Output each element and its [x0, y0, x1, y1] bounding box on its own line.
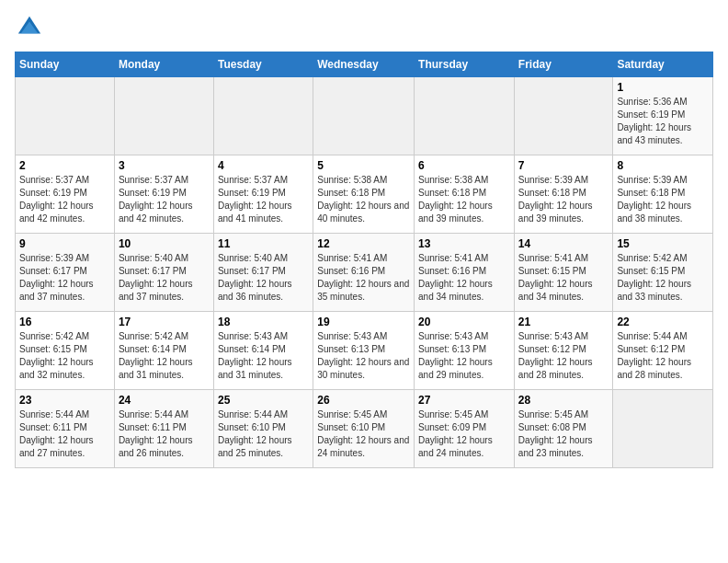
calendar-cell: 6Sunrise: 5:38 AM Sunset: 6:18 PM Daylig… [415, 155, 515, 234]
header-thursday: Thursday [415, 52, 515, 77]
week-row-1: 1Sunrise: 5:36 AM Sunset: 6:19 PM Daylig… [16, 77, 713, 155]
logo-icon [17, 15, 42, 40]
week-row-4: 16Sunrise: 5:42 AM Sunset: 6:15 PM Dayli… [16, 312, 713, 390]
day-info: Sunrise: 5:37 AM Sunset: 6:19 PM Dayligh… [218, 174, 309, 225]
calendar-cell: 25Sunrise: 5:44 AM Sunset: 6:10 PM Dayli… [213, 390, 313, 468]
day-number: 1 [617, 81, 709, 94]
calendar-cell: 1Sunrise: 5:36 AM Sunset: 6:19 PM Daylig… [613, 77, 713, 155]
header-tuesday: Tuesday [213, 52, 313, 77]
day-info: Sunrise: 5:37 AM Sunset: 6:19 PM Dayligh… [19, 174, 110, 225]
calendar-cell: 22Sunrise: 5:44 AM Sunset: 6:12 PM Dayli… [613, 312, 713, 390]
calendar-cell: 23Sunrise: 5:44 AM Sunset: 6:11 PM Dayli… [16, 390, 115, 468]
calendar-cell: 27Sunrise: 5:45 AM Sunset: 6:09 PM Dayli… [415, 390, 515, 468]
day-info: Sunrise: 5:45 AM Sunset: 6:09 PM Dayligh… [418, 408, 510, 460]
day-number: 28 [518, 394, 609, 407]
day-number: 17 [119, 316, 210, 328]
calendar-cell: 20Sunrise: 5:43 AM Sunset: 6:13 PM Dayli… [415, 312, 515, 390]
calendar-cell: 28Sunrise: 5:45 AM Sunset: 6:08 PM Dayli… [514, 390, 613, 468]
calendar-cell: 3Sunrise: 5:37 AM Sunset: 6:19 PM Daylig… [114, 155, 213, 234]
calendar-cell: 4Sunrise: 5:37 AM Sunset: 6:19 PM Daylig… [213, 155, 313, 234]
calendar-cell [514, 77, 613, 155]
header-sunday: Sunday [16, 52, 115, 77]
day-info: Sunrise: 5:44 AM Sunset: 6:11 PM Dayligh… [119, 408, 210, 460]
day-number: 24 [119, 394, 210, 407]
calendar-cell: 9Sunrise: 5:39 AM Sunset: 6:17 PM Daylig… [16, 234, 115, 312]
day-number: 16 [19, 316, 110, 328]
day-info: Sunrise: 5:43 AM Sunset: 6:13 PM Dayligh… [418, 330, 510, 382]
day-number: 20 [418, 316, 510, 328]
page-header [15, 15, 713, 40]
day-number: 13 [418, 237, 510, 250]
calendar-cell: 16Sunrise: 5:42 AM Sunset: 6:15 PM Dayli… [16, 312, 115, 390]
day-info: Sunrise: 5:37 AM Sunset: 6:19 PM Dayligh… [119, 174, 210, 225]
day-info: Sunrise: 5:45 AM Sunset: 6:08 PM Dayligh… [518, 408, 609, 460]
header-monday: Monday [114, 52, 213, 77]
day-number: 4 [218, 159, 309, 172]
day-number: 18 [218, 316, 309, 328]
day-number: 5 [317, 159, 410, 172]
day-number: 19 [317, 316, 410, 328]
day-number: 22 [617, 316, 709, 328]
logo [15, 15, 46, 40]
calendar-cell [313, 77, 415, 155]
day-info: Sunrise: 5:38 AM Sunset: 6:18 PM Dayligh… [317, 174, 410, 225]
week-row-3: 9Sunrise: 5:39 AM Sunset: 6:17 PM Daylig… [16, 234, 713, 312]
calendar-cell: 18Sunrise: 5:43 AM Sunset: 6:14 PM Dayli… [213, 312, 313, 390]
calendar-cell: 17Sunrise: 5:42 AM Sunset: 6:14 PM Dayli… [114, 312, 213, 390]
calendar-cell [613, 390, 713, 468]
day-number: 10 [119, 237, 210, 250]
day-info: Sunrise: 5:41 AM Sunset: 6:16 PM Dayligh… [418, 252, 510, 304]
calendar-cell: 11Sunrise: 5:40 AM Sunset: 6:17 PM Dayli… [213, 234, 313, 312]
calendar-cell: 2Sunrise: 5:37 AM Sunset: 6:19 PM Daylig… [16, 155, 115, 234]
calendar-cell: 10Sunrise: 5:40 AM Sunset: 6:17 PM Dayli… [114, 234, 213, 312]
day-number: 8 [617, 159, 709, 172]
day-number: 23 [19, 394, 110, 407]
calendar-table: SundayMondayTuesdayWednesdayThursdayFrid… [15, 52, 713, 468]
day-info: Sunrise: 5:42 AM Sunset: 6:15 PM Dayligh… [617, 252, 709, 304]
day-number: 26 [317, 394, 410, 407]
day-number: 3 [119, 159, 210, 172]
calendar-cell: 13Sunrise: 5:41 AM Sunset: 6:16 PM Dayli… [415, 234, 515, 312]
week-row-2: 2Sunrise: 5:37 AM Sunset: 6:19 PM Daylig… [16, 155, 713, 234]
calendar-cell: 26Sunrise: 5:45 AM Sunset: 6:10 PM Dayli… [313, 390, 415, 468]
day-info: Sunrise: 5:41 AM Sunset: 6:15 PM Dayligh… [518, 252, 609, 304]
day-number: 15 [617, 237, 709, 250]
day-number: 14 [518, 237, 609, 250]
header-row: SundayMondayTuesdayWednesdayThursdayFrid… [16, 52, 713, 77]
calendar-cell: 24Sunrise: 5:44 AM Sunset: 6:11 PM Dayli… [114, 390, 213, 468]
calendar-cell: 8Sunrise: 5:39 AM Sunset: 6:18 PM Daylig… [613, 155, 713, 234]
day-number: 9 [19, 237, 110, 250]
day-info: Sunrise: 5:44 AM Sunset: 6:12 PM Dayligh… [617, 330, 709, 382]
day-info: Sunrise: 5:38 AM Sunset: 6:18 PM Dayligh… [418, 174, 510, 225]
day-info: Sunrise: 5:43 AM Sunset: 6:14 PM Dayligh… [218, 330, 309, 382]
header-wednesday: Wednesday [313, 52, 415, 77]
header-friday: Friday [514, 52, 613, 77]
calendar-cell: 12Sunrise: 5:41 AM Sunset: 6:16 PM Dayli… [313, 234, 415, 312]
day-info: Sunrise: 5:41 AM Sunset: 6:16 PM Dayligh… [317, 252, 410, 304]
day-info: Sunrise: 5:36 AM Sunset: 6:19 PM Dayligh… [617, 96, 709, 147]
day-info: Sunrise: 5:39 AM Sunset: 6:18 PM Dayligh… [518, 174, 609, 225]
day-number: 25 [218, 394, 309, 407]
calendar-cell: 21Sunrise: 5:43 AM Sunset: 6:12 PM Dayli… [514, 312, 613, 390]
calendar-cell: 5Sunrise: 5:38 AM Sunset: 6:18 PM Daylig… [313, 155, 415, 234]
day-info: Sunrise: 5:40 AM Sunset: 6:17 PM Dayligh… [119, 252, 210, 304]
week-row-5: 23Sunrise: 5:44 AM Sunset: 6:11 PM Dayli… [16, 390, 713, 468]
day-number: 6 [418, 159, 510, 172]
calendar-cell [415, 77, 515, 155]
calendar-cell: 19Sunrise: 5:43 AM Sunset: 6:13 PM Dayli… [313, 312, 415, 390]
day-number: 11 [218, 237, 309, 250]
calendar-cell [213, 77, 313, 155]
day-info: Sunrise: 5:40 AM Sunset: 6:17 PM Dayligh… [218, 252, 309, 304]
day-number: 21 [518, 316, 609, 328]
day-info: Sunrise: 5:43 AM Sunset: 6:13 PM Dayligh… [317, 330, 410, 382]
day-info: Sunrise: 5:44 AM Sunset: 6:11 PM Dayligh… [19, 408, 110, 460]
day-info: Sunrise: 5:42 AM Sunset: 6:14 PM Dayligh… [119, 330, 210, 382]
day-info: Sunrise: 5:43 AM Sunset: 6:12 PM Dayligh… [518, 330, 609, 382]
day-info: Sunrise: 5:39 AM Sunset: 6:18 PM Dayligh… [617, 174, 709, 225]
calendar-cell: 15Sunrise: 5:42 AM Sunset: 6:15 PM Dayli… [613, 234, 713, 312]
day-number: 2 [19, 159, 110, 172]
day-info: Sunrise: 5:39 AM Sunset: 6:17 PM Dayligh… [19, 252, 110, 304]
day-number: 27 [418, 394, 510, 407]
day-number: 12 [317, 237, 410, 250]
calendar-cell [16, 77, 115, 155]
